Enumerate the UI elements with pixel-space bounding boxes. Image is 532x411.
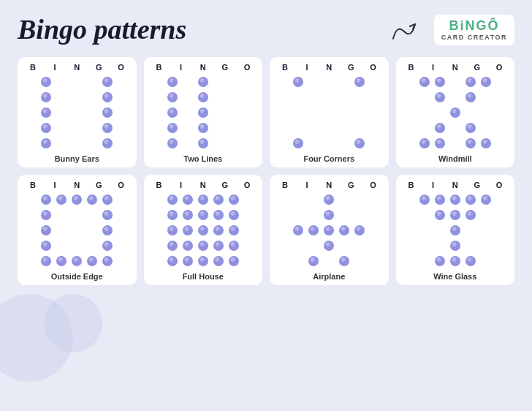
bingo-letter: B (278, 181, 292, 189)
dot (102, 138, 113, 148)
dot (102, 108, 113, 118)
cell-4-2 (322, 254, 336, 268)
dot (41, 92, 51, 102)
dot (435, 77, 445, 87)
cell-2-2 (196, 223, 210, 238)
cell-2-3 (337, 223, 352, 238)
card-label-bunny-ears: Bunny Ears (55, 154, 99, 163)
card-airplane[interactable]: BINGOAirplane (270, 175, 389, 285)
cell-2-2 (448, 223, 463, 238)
cell-0-1 (306, 75, 321, 89)
bingo-letter: I (48, 63, 62, 72)
dot (324, 241, 334, 251)
dot (183, 210, 193, 220)
card-windmill[interactable]: BINGOWindmill (396, 57, 515, 167)
dot (87, 195, 97, 205)
cell-4-4 (100, 254, 115, 268)
cell-3-3 (85, 121, 99, 135)
dot (213, 210, 224, 220)
dot (41, 77, 51, 87)
cell-4-0 (165, 136, 180, 151)
dot (450, 256, 460, 266)
cell-1-1 (433, 208, 447, 222)
bingo-letter: O (240, 63, 254, 72)
cell-0-1 (54, 192, 69, 207)
cell-3-0 (165, 121, 180, 135)
dot (198, 138, 208, 148)
card-outside-edge[interactable]: BINGOOutside Edge (18, 175, 137, 285)
bingo-header: BINGO (22, 63, 132, 72)
dot (102, 241, 113, 251)
cell-4-1 (433, 136, 447, 151)
dot (167, 138, 178, 148)
cell-0-3 (85, 75, 99, 89)
cell-2-3 (211, 105, 226, 120)
dot (450, 210, 460, 220)
card-wine-glass[interactable]: BINGOWine Glass (396, 175, 515, 285)
cell-1-1 (433, 90, 447, 105)
cell-4-0 (417, 136, 432, 151)
bingo-pattern-grid (165, 75, 241, 151)
cell-2-0 (165, 223, 180, 238)
bingo-header: BINGO (148, 63, 259, 72)
cell-0-0 (417, 75, 432, 89)
dot (198, 123, 208, 133)
cell-3-2 (322, 121, 336, 135)
card-two-lines[interactable]: BINGOTwo Lines (144, 57, 263, 167)
cell-1-2 (196, 208, 210, 222)
cell-1-3 (211, 90, 226, 105)
cell-4-0 (291, 136, 305, 151)
cell-4-3 (337, 136, 352, 151)
cell-4-2 (322, 136, 336, 151)
cell-3-2 (69, 238, 84, 253)
dot (354, 138, 365, 148)
cell-1-1 (180, 208, 195, 222)
cell-0-3 (211, 192, 226, 207)
bingo-pattern-grid (417, 75, 493, 151)
cell-0-2 (322, 75, 336, 89)
cell-0-0 (417, 192, 432, 207)
cell-2-1 (54, 105, 69, 120)
dot (229, 210, 239, 220)
cell-4-3 (463, 254, 478, 268)
cell-3-1 (180, 238, 195, 253)
bingo-pattern-grid (39, 192, 115, 268)
dot (481, 77, 491, 87)
logo: BiNGÔ CARD CREATOR (434, 15, 514, 45)
cell-1-4 (100, 208, 115, 222)
cell-3-1 (433, 121, 447, 135)
dot (466, 256, 476, 266)
cell-4-1 (306, 136, 321, 151)
cell-3-1 (433, 238, 447, 253)
cell-1-4 (100, 90, 115, 105)
cell-0-1 (306, 192, 321, 207)
dot (419, 195, 430, 205)
dot (213, 256, 224, 266)
cell-2-0 (291, 105, 305, 120)
cell-2-0 (39, 105, 53, 120)
dot (167, 256, 178, 266)
dot (419, 77, 430, 87)
cell-3-0 (39, 238, 53, 253)
cell-2-1 (433, 223, 447, 238)
card-full-house[interactable]: BINGOFull House (144, 175, 263, 285)
cell-3-1 (54, 121, 69, 135)
dot (213, 195, 224, 205)
cell-0-4 (352, 192, 367, 207)
cell-4-4 (479, 254, 493, 268)
cell-0-2 (448, 192, 463, 207)
cell-2-4 (227, 105, 241, 120)
cell-4-3 (85, 254, 99, 268)
card-four-corners[interactable]: BINGOFour Corners (270, 57, 389, 167)
dot (167, 225, 178, 235)
cell-4-0 (39, 136, 53, 151)
cell-0-0 (165, 75, 180, 89)
bingo-pattern-grid (291, 75, 367, 151)
cell-3-0 (417, 121, 432, 135)
dot (308, 225, 319, 235)
cell-0-3 (463, 192, 478, 207)
cell-0-1 (433, 192, 447, 207)
dot (56, 195, 66, 205)
cell-0-4 (479, 192, 493, 207)
card-bunny-ears[interactable]: BINGOBunny Ears (18, 57, 137, 167)
